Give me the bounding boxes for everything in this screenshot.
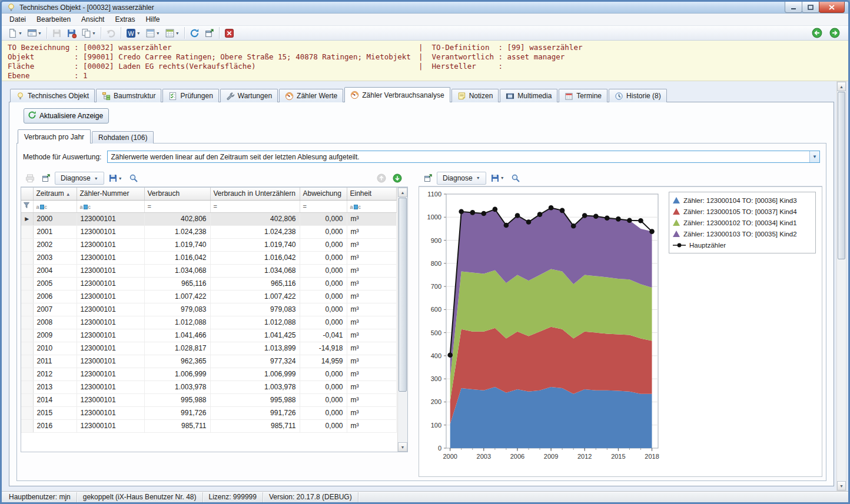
table-row-2001[interactable]: 20011230001011.024,2381.024,2380,000m³ [21, 225, 396, 238]
cell[interactable]: 1.007,422 [210, 290, 300, 303]
filter-cell-einheit[interactable]: ac [347, 200, 396, 212]
cell[interactable]: 1.012,088 [210, 316, 300, 329]
copy-button[interactable]: ▼ [79, 26, 98, 40]
cell[interactable]: 123000101 [77, 329, 144, 342]
filter-cell-verbrauch-in-unterzählern[interactable]: = [210, 200, 300, 212]
cell[interactable]: 2003 [33, 251, 77, 264]
chart-search-button[interactable] [509, 171, 523, 185]
cell[interactable]: 2013 [33, 380, 77, 393]
cell[interactable]: 1.019,740 [210, 238, 300, 251]
cell[interactable]: 995,988 [144, 393, 210, 406]
cell[interactable]: 979,083 [144, 303, 210, 316]
word-export-button[interactable]: W▼ [124, 26, 143, 40]
column-header-abweichung[interactable]: Abweichung [300, 188, 347, 200]
cell[interactable]: 991,726 [210, 406, 300, 419]
cell[interactable]: 1.006,999 [144, 368, 210, 380]
refresh-button[interactable] [187, 26, 202, 40]
cell[interactable]: 965,116 [210, 277, 300, 290]
previous-record-button[interactable] [809, 26, 825, 40]
table-row-2015[interactable]: 2015123000101991,726991,7260,000m³ [21, 406, 396, 419]
cell[interactable]: 2015 [33, 406, 77, 419]
cell[interactable]: 0,000 [300, 212, 347, 225]
table-row-2004[interactable]: 20041230001011.034,0681.034,0680,000m³ [21, 264, 396, 277]
cell[interactable]: 977,324 [210, 355, 300, 368]
cell[interactable]: 1.028,817 [144, 342, 210, 355]
tab-notizen[interactable]: Notizen [451, 89, 499, 102]
cell[interactable]: -0,041 [300, 329, 347, 342]
cell[interactable]: 1.012,088 [144, 316, 210, 329]
cell[interactable]: 1.003,978 [144, 380, 210, 393]
cell[interactable]: 985,711 [144, 419, 210, 432]
cell[interactable]: 123000101 [77, 264, 144, 277]
menu-extras[interactable]: Extras [109, 14, 140, 25]
export-window-button[interactable]: ▼ [25, 26, 44, 40]
cell[interactable]: 123000101 [77, 342, 144, 355]
cell[interactable]: 991,726 [144, 406, 210, 419]
cell[interactable]: m³ [347, 238, 396, 251]
cell[interactable]: 1.034,068 [210, 264, 300, 277]
table-row-2002[interactable]: 20021230001011.019,7401.019,7400,000m³ [21, 238, 396, 251]
save-as-button[interactable] [64, 26, 79, 40]
cell[interactable]: 0,000 [300, 290, 347, 303]
detach-window-button[interactable] [202, 26, 217, 40]
cell[interactable]: 2014 [33, 393, 77, 406]
table-row-2014[interactable]: 2014123000101995,988995,9880,000m³ [21, 393, 396, 406]
scrollbar-thumb[interactable] [838, 92, 845, 259]
cell[interactable]: -14,918 [300, 342, 347, 355]
cell[interactable]: m³ [347, 212, 396, 225]
cell[interactable]: 123000101 [77, 212, 144, 225]
cell[interactable]: 123000101 [77, 303, 144, 316]
grid-export-button[interactable]: ▼ [162, 26, 182, 40]
cell[interactable]: 2002 [33, 238, 77, 251]
tab-wartungen[interactable]: Wartungen [220, 89, 278, 102]
cell[interactable]: 2008 [33, 316, 77, 329]
cell[interactable]: 2007 [33, 303, 77, 316]
cell[interactable]: 1.013,899 [210, 342, 300, 355]
cell[interactable]: 123000101 [77, 316, 144, 329]
cell[interactable]: 0,000 [300, 225, 347, 238]
cell[interactable]: m³ [347, 264, 396, 277]
cell[interactable]: 985,711 [210, 419, 300, 432]
tab-zähler-werte[interactable]: Zähler Werte [279, 89, 343, 102]
cell[interactable]: 123000101 [77, 277, 144, 290]
table-row-2010[interactable]: 20101230001011.028,8171.013,899-14,918m³ [21, 342, 396, 355]
table-row-2005[interactable]: 2005123000101965,116965,1160,000m³ [21, 277, 396, 290]
cell[interactable]: 1.041,425 [210, 329, 300, 342]
filter-cell-abweichung[interactable]: = [300, 200, 347, 212]
tab-historie-8-[interactable]: Historie (8) [609, 89, 667, 102]
table-row-2013[interactable]: 20131230001011.003,9781.003,9780,000m³ [21, 380, 396, 393]
cell[interactable]: 1.041,466 [144, 329, 210, 342]
table-row-2012[interactable]: 20121230001011.006,9991.006,9990,000m³ [21, 368, 396, 380]
column-header-verbrauch[interactable]: Verbrauch [144, 188, 210, 200]
cell[interactable]: 1.019,740 [144, 238, 210, 251]
filter-cell-verbrauch[interactable]: = [144, 200, 210, 212]
tab-termine[interactable]: Termine [559, 89, 607, 102]
cell[interactable]: m³ [347, 355, 396, 368]
tab-multimedia[interactable]: Multimedia [500, 89, 557, 102]
cell[interactable]: 123000101 [77, 393, 144, 406]
cell[interactable]: 123000101 [77, 380, 144, 393]
cell[interactable]: m³ [347, 277, 396, 290]
cell[interactable]: 2016 [33, 419, 77, 432]
cell[interactable]: 402,806 [144, 212, 210, 225]
cell[interactable]: m³ [347, 303, 396, 316]
table-search-button[interactable] [127, 172, 141, 185]
cell[interactable]: m³ [347, 406, 396, 419]
cell[interactable]: m³ [347, 368, 396, 380]
filter-cell-zähler-nummer[interactable]: ac [77, 200, 144, 212]
cell[interactable]: 123000101 [77, 419, 144, 432]
cell[interactable]: 0,000 [300, 380, 347, 393]
column-header-verbrauch-in-unterzählern[interactable]: Verbrauch in Unterzählern [210, 188, 300, 200]
scrollbar-thumb[interactable] [399, 198, 407, 392]
cell[interactable]: 995,988 [210, 393, 300, 406]
cell[interactable]: 2010 [33, 342, 77, 355]
cell[interactable]: 2005 [33, 277, 77, 290]
cell[interactable]: m³ [347, 329, 396, 342]
cell[interactable]: 14,959 [300, 355, 347, 368]
cell[interactable]: 0,000 [300, 264, 347, 277]
cell[interactable]: m³ [347, 419, 396, 432]
menu-datei[interactable]: Datei [4, 14, 31, 25]
cell[interactable]: 123000101 [77, 368, 144, 380]
column-header-zeitraum[interactable]: Zeitraum▲ [33, 188, 77, 200]
column-header-einheit[interactable]: Einheit [347, 188, 396, 200]
